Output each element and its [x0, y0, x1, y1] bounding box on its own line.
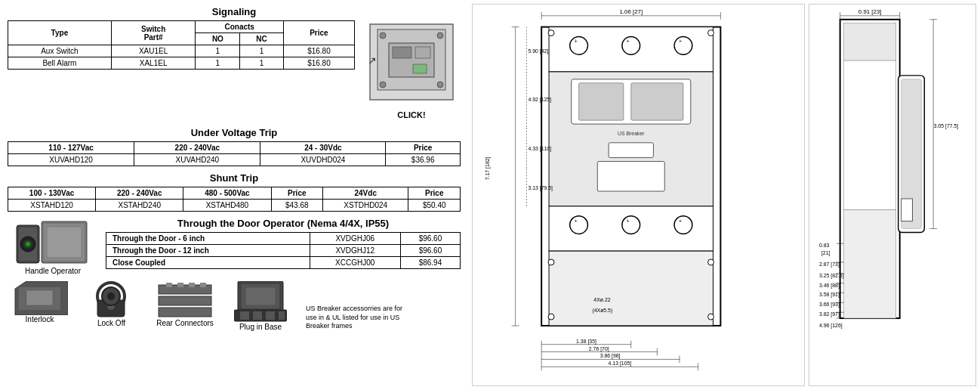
uvt-title: Under Voltage Trip	[8, 127, 461, 138]
svg-rect-33	[200, 283, 206, 287]
svg-rect-30	[166, 283, 172, 287]
svg-text:(4Xø5.5): (4Xø5.5)	[592, 308, 612, 314]
shunt-table: 100 - 130Vac 220 - 240Vac 480 - 500Vac P…	[8, 187, 461, 212]
cell: 1	[196, 45, 240, 57]
svg-text:[21]: [21]	[821, 250, 831, 256]
cell: XAU1EL	[111, 45, 196, 57]
left-panel: Signaling Type SwitchPart# Conacts Price…	[0, 0, 468, 390]
col-price-sig: Price	[283, 21, 354, 45]
uvt-col4: Price	[386, 142, 461, 154]
cell: $36.96	[386, 154, 461, 166]
shunt-title: Shunt Trip	[8, 172, 461, 184]
uvt-col2: 220 - 240Vac	[134, 142, 260, 154]
cell: $96.60	[400, 245, 460, 257]
side-diagram: 0.91 [23] 3.05 [77.5] 0.83 [21] 2.87 [73…	[809, 4, 976, 386]
uvt-row: XUVAHD120 XUVAHD240 XUVDHD024 $36.96	[8, 154, 461, 166]
svg-point-63	[622, 216, 640, 234]
circuit-diagram-svg: ↗	[366, 20, 457, 107]
svg-text:5.90 [42]: 5.90 [42]	[528, 48, 548, 54]
svg-rect-38	[240, 311, 249, 320]
cell: XSTDHD024	[323, 200, 408, 212]
signaling-table-area: Type SwitchPart# Conacts Price NO NC Aux…	[8, 20, 355, 119]
svg-rect-67	[549, 251, 713, 326]
signaling-section: Signaling Type SwitchPart# Conacts Price…	[8, 6, 461, 119]
uvt-col1: 110 - 127Vac	[8, 142, 134, 154]
cell: 1	[240, 45, 284, 57]
cell: XSTAHD480	[183, 200, 271, 212]
svg-text:+: +	[679, 218, 682, 224]
svg-point-2	[380, 32, 386, 39]
rear-connectors-item: Rear Connectors	[151, 281, 219, 327]
svg-rect-7	[393, 47, 411, 58]
svg-text:US Breaker: US Breaker	[618, 131, 645, 136]
rear-connectors-label: Rear Connectors	[156, 319, 214, 327]
lockoff-label: Lock Off	[97, 319, 125, 327]
click-label: CLICK!	[366, 110, 457, 119]
svg-point-4	[380, 82, 386, 88]
svg-text:0.91 [23]: 0.91 [23]	[858, 8, 882, 15]
shunt-col6: Price	[408, 187, 461, 200]
cell: $86.94	[400, 257, 460, 269]
svg-point-5	[437, 82, 443, 88]
shunt-section: Shunt Trip 100 - 130Vac 220 - 240Vac 480…	[8, 172, 461, 212]
col-switch: SwitchPart#	[111, 21, 196, 45]
table-row: Bell Alarm XAL1EL 1 1 $16.80	[8, 57, 355, 70]
svg-text:0.83: 0.83	[819, 243, 830, 248]
svg-text:7.17 [182]: 7.17 [182]	[485, 156, 491, 180]
svg-rect-28	[159, 296, 211, 305]
svg-rect-59	[597, 162, 664, 192]
svg-rect-55	[579, 83, 624, 120]
svg-text:1.06 [27]: 1.06 [27]	[619, 8, 643, 15]
door-row: Close Coupled XCCGHJ00 $86.94	[106, 257, 461, 269]
cell: $43.68	[271, 200, 323, 212]
svg-text:1.38 [35]: 1.38 [35]	[576, 339, 596, 345]
svg-rect-21	[26, 290, 53, 305]
cell: XUVAHD120	[8, 154, 134, 166]
svg-point-65	[674, 216, 692, 234]
cell: Through the Door - 12 inch	[106, 245, 310, 257]
handle-operator-img	[15, 218, 91, 267]
cell: Through the Door - 6 inch	[106, 233, 310, 245]
svg-text:+: +	[679, 39, 682, 44]
signaling-diagram: ↗ CLICK!	[362, 20, 461, 119]
svg-text:+: +	[627, 39, 630, 44]
svg-rect-9	[413, 64, 427, 73]
door-row: Through the Door - 6 inch XVDGHJ06 $96.6…	[106, 233, 461, 245]
svg-point-26	[107, 292, 115, 300]
shunt-col4: Price	[271, 187, 323, 200]
door-section: Handle Operator Through the Door Operato…	[8, 218, 461, 275]
svg-rect-31	[177, 283, 183, 287]
front-diagram: US Breaker + + + US Breaker	[472, 4, 805, 386]
cell: XAL1EL	[111, 57, 196, 70]
svg-point-51	[548, 30, 554, 36]
svg-text:+: +	[575, 39, 578, 44]
col-no: NO	[196, 33, 240, 45]
svg-text:4.96 [126]: 4.96 [126]	[819, 323, 843, 329]
svg-rect-41	[279, 311, 285, 320]
col-contacts: Conacts	[196, 21, 283, 33]
svg-rect-56	[631, 83, 683, 120]
cell: 1	[240, 57, 284, 70]
svg-point-70	[548, 314, 554, 320]
plugin-img	[234, 281, 287, 323]
svg-point-69	[708, 259, 714, 265]
plugin-label: Plug in Base	[239, 323, 282, 331]
cell: $16.80	[283, 57, 354, 70]
cell: XSTAHD120	[8, 200, 96, 212]
svg-text:3.13 [79.5]: 3.13 [79.5]	[528, 185, 553, 191]
cell: Aux Switch	[8, 45, 112, 57]
plugin-item: Plug in Base	[230, 281, 291, 331]
cell: 1	[196, 57, 240, 70]
door-images: Handle Operator	[8, 218, 98, 275]
lockoff-img	[87, 281, 136, 319]
right-panel: US Breaker + + + US Breaker	[468, 0, 980, 390]
interlock-label: Interlock	[26, 315, 54, 323]
svg-text:↗: ↗	[368, 54, 377, 67]
interlock-item: Interlock	[8, 281, 72, 323]
rear-connectors-img	[155, 281, 215, 319]
svg-text:4.33 [110]: 4.33 [110]	[528, 146, 551, 152]
table-row: Aux Switch XAU1EL 1 1 $16.80	[8, 45, 355, 57]
door-table-area: Through the Door Operator (Nema 4/4X, IP…	[106, 218, 461, 269]
signaling-title: Signaling	[8, 6, 461, 17]
svg-text:4Xø.22: 4Xø.22	[593, 297, 610, 302]
